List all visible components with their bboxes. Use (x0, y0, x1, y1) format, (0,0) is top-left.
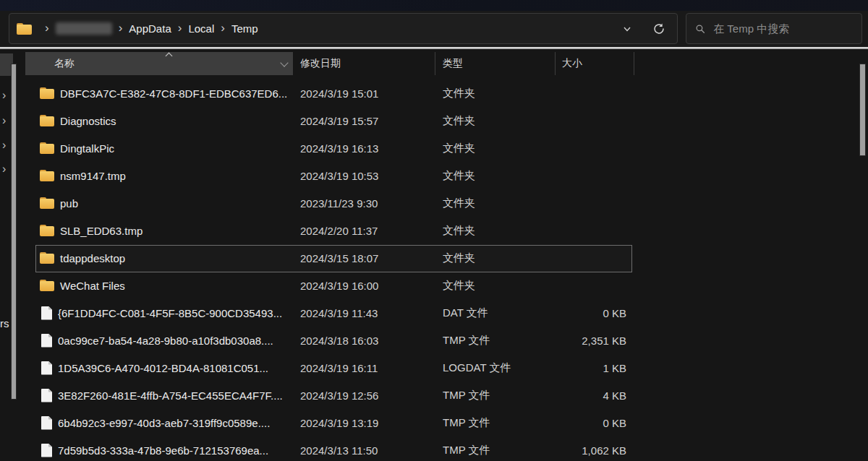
file-name: nsm9147.tmp (60, 170, 126, 182)
file-explorer-window: › › AppData › Local › Temp (0, 0, 868, 461)
date-modified-cell: 2024/3/19 16:13 (293, 142, 435, 155)
file-name-cell: 6b4b92c3-e997-40d3-aeb7-319ff9c0589e.... (25, 416, 293, 430)
table-row[interactable]: WeChat Files2024/3/19 16:00文件夹 (25, 272, 868, 299)
type-cell: TMP 文件 (435, 416, 556, 430)
folder-icon (40, 115, 54, 126)
type-cell: LOGDAT 文件 (435, 361, 556, 375)
date-modified-cell: 2024/3/19 15:57 (293, 115, 435, 127)
date-modified-cell: 2024/3/19 16:11 (293, 362, 435, 374)
toolbar: › › AppData › Local › Temp (0, 11, 868, 47)
file-name-cell: nsm9147.tmp (25, 170, 293, 182)
date-modified-cell: 2024/3/19 16:00 (293, 280, 435, 292)
type-cell: 文件夹 (435, 169, 556, 183)
type-cell: 文件夹 (435, 251, 556, 265)
date-modified-cell: 2024/3/19 15:01 (293, 87, 435, 100)
column-header-size[interactable]: 大小 (556, 52, 634, 75)
navigation-pane-sliver: › › › › rs (0, 49, 23, 461)
table-row[interactable]: 7d59b5d3-333a-47b8-9e6b-712153769ea...20… (25, 436, 868, 461)
table-row[interactable]: DingtalkPic2024/3/19 16:13文件夹 (25, 134, 868, 162)
file-name: 7d59b5d3-333a-47b8-9e6b-712153769ea... (58, 444, 268, 457)
date-modified-cell: 2024/3/18 16:03 (293, 335, 435, 347)
table-row[interactable]: tdappdesktop2024/3/15 18:07文件夹 (25, 244, 868, 272)
nav-item-label-fragment: rs (0, 317, 9, 329)
size-cell: 4 KB (556, 389, 634, 402)
nav-pane-scrollbar-thumb[interactable] (11, 64, 17, 400)
column-filter-chevron-icon[interactable] (281, 60, 288, 67)
chevron-right-icon[interactable]: › (2, 139, 6, 151)
date-modified-cell: 2024/2/20 11:37 (293, 225, 435, 237)
search-box[interactable] (686, 13, 862, 44)
search-icon (695, 23, 705, 35)
file-name-cell: tdappdesktop (25, 252, 293, 264)
chevron-right-icon[interactable]: › (2, 163, 6, 175)
file-rows: DBFC3A7C-E382-47C8-8DF1-EDBC637ED6...202… (25, 79, 868, 461)
folder-icon (17, 23, 32, 35)
table-row[interactable]: 0ac99ce7-ba54-4a28-9b80-a10f3db030a8....… (25, 327, 868, 354)
file-name: 6b4b92c3-e997-40d3-aeb7-319ff9c0589e.... (58, 417, 270, 429)
file-icon (41, 416, 52, 430)
table-row[interactable]: nsm9147.tmp2024/3/19 10:53文件夹 (25, 162, 868, 189)
size-cell: 1,062 KB (556, 444, 634, 457)
table-row[interactable]: pub2023/11/23 9:30文件夹 (25, 189, 868, 217)
table-row[interactable]: 6b4b92c3-e997-40d3-aeb7-319ff9c0589e....… (25, 409, 868, 436)
file-name-cell: 0ac99ce7-ba54-4a28-9b80-a10f3db030a8.... (25, 334, 293, 348)
refresh-button[interactable] (648, 18, 670, 40)
file-name-cell: 3E82F260-481E-4ffb-A754-EC455ECA4F7F.... (25, 389, 293, 402)
breadcrumb-chevron-icon: › (119, 22, 123, 34)
column-header-name[interactable]: 名称 (25, 52, 293, 75)
date-modified-cell: 2024/3/19 13:19 (293, 417, 435, 429)
chevron-right-icon[interactable]: › (2, 90, 6, 101)
table-row[interactable]: SLB_EDD63.tmp2024/2/20 11:37文件夹 (25, 217, 868, 244)
folder-icon (40, 280, 54, 291)
file-name: 0ac99ce7-ba54-4a28-9b80-a10f3db030a8.... (58, 335, 273, 347)
file-name: 3E82F260-481E-4ffb-A754-EC455ECA4F7F.... (58, 389, 283, 402)
type-cell: 文件夹 (435, 279, 556, 293)
file-name: {6F1DD4FC-C081-4F5F-8B5C-900CD35493... (58, 307, 282, 319)
file-name-cell: 7d59b5d3-333a-47b8-9e6b-712153769ea... (25, 444, 293, 457)
breadcrumb-item-temp[interactable]: Temp (231, 22, 258, 35)
chevron-right-icon[interactable]: › (2, 115, 6, 126)
table-row[interactable]: {6F1DD4FC-C081-4F5F-8B5C-900CD35493...20… (25, 299, 868, 327)
breadcrumb-item-local[interactable]: Local (188, 22, 214, 35)
breadcrumb-chevron-icon: › (178, 22, 182, 34)
type-cell: DAT 文件 (435, 306, 556, 320)
type-cell: TMP 文件 (435, 389, 556, 402)
file-name: 1D5A39C6-A470-4012-BD4A-81081C051... (58, 362, 268, 374)
file-name-cell: DBFC3A7C-E382-47C8-8DF1-EDBC637ED6... (25, 87, 293, 100)
folder-icon (40, 225, 54, 236)
table-row[interactable]: DBFC3A7C-E382-47C8-8DF1-EDBC637ED6...202… (25, 79, 868, 107)
content-area: › › › › rs 名称 修改日期 类型 大小 (0, 49, 868, 461)
file-name-cell: WeChat Files (25, 280, 293, 292)
list-scrollbar-thumb[interactable] (859, 64, 866, 156)
size-cell: 2,351 KB (556, 335, 634, 347)
size-cell: 0 KB (556, 307, 634, 319)
type-cell: TMP 文件 (435, 334, 556, 348)
file-name-cell: DingtalkPic (25, 142, 293, 155)
column-header-date-modified[interactable]: 修改日期 (293, 52, 435, 75)
file-name: SLB_EDD63.tmp (60, 225, 142, 237)
date-modified-cell: 2024/3/15 18:07 (293, 252, 435, 264)
size-cell: 0 KB (556, 417, 634, 429)
file-name-cell: SLB_EDD63.tmp (25, 225, 293, 237)
type-cell: 文件夹 (435, 197, 556, 210)
folder-icon (40, 197, 54, 209)
folder-icon (40, 87, 54, 99)
breadcrumb-item-appdata[interactable]: AppData (129, 22, 171, 35)
type-cell: TMP 文件 (435, 444, 556, 457)
address-bar[interactable]: › › AppData › Local › Temp (9, 13, 678, 44)
column-header-type[interactable]: 类型 (435, 52, 556, 75)
search-input[interactable] (713, 22, 853, 35)
file-name-cell: Diagnostics (25, 115, 293, 127)
table-row[interactable]: 3E82F260-481E-4ffb-A754-EC455ECA4F7F....… (25, 382, 868, 409)
file-icon (41, 444, 52, 457)
file-name-cell: 1D5A39C6-A470-4012-BD4A-81081C051... (25, 361, 293, 375)
file-name: DBFC3A7C-E382-47C8-8DF1-EDBC637ED6... (60, 87, 287, 100)
redacted-username[interactable] (56, 22, 112, 35)
address-dropdown-button[interactable] (616, 18, 638, 40)
date-modified-cell: 2023/11/23 9:30 (293, 197, 435, 210)
table-row[interactable]: Diagnostics2024/3/19 15:57文件夹 (25, 107, 868, 134)
table-row[interactable]: 1D5A39C6-A470-4012-BD4A-81081C051...2024… (25, 354, 868, 382)
column-header-blank (634, 52, 868, 75)
file-name: pub (60, 197, 78, 210)
file-icon (41, 334, 52, 348)
